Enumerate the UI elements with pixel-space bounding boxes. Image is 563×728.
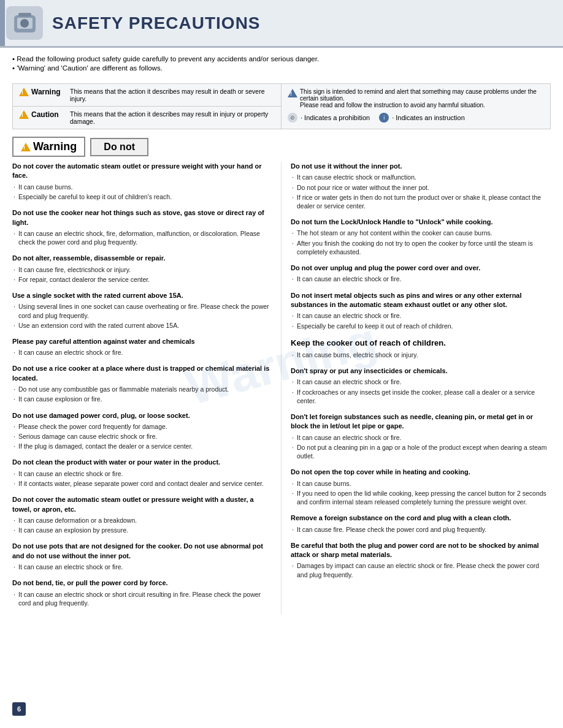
warning-label: Warning xyxy=(31,88,61,96)
safety-bullet: If the plug is damaged, contact the deal… xyxy=(12,442,272,450)
safety-item-title: Remove a foreign substance on the cord a… xyxy=(291,514,551,523)
caution-label: Caution xyxy=(31,110,59,119)
safety-bullet: If you need to open the lid while cookin… xyxy=(291,489,551,506)
safety-item-title: Do not open the top cover while in heati… xyxy=(291,468,551,477)
safety-item-title: Do not clean the product with water or p… xyxy=(12,458,272,467)
safety-bullet: Using several lines in one socket can ca… xyxy=(12,302,272,319)
safety-item-item-7: Do not use damaged power cord, plug, or … xyxy=(12,411,272,451)
safety-item-ritem-5: Keep the cooker out of reach of children… xyxy=(291,338,551,359)
safety-bullet: The hot steam or any hot content within … xyxy=(291,229,551,237)
warning-badge: Warning xyxy=(19,88,65,96)
safety-item-title: Be careful that both the plug and power … xyxy=(291,541,551,560)
safety-bullet: It can cause burns, electric shock or in… xyxy=(291,351,551,359)
info-left-col: Warning This means that the action it de… xyxy=(13,84,282,129)
safety-item-ritem-3: Do not over unplug and plug the power co… xyxy=(291,264,551,284)
safety-bullet: If it contacts water, please separate po… xyxy=(12,479,272,488)
safety-bullet: Serious damage can cause electric shock … xyxy=(12,432,272,441)
info-right-col: This sign is intended to remind and aler… xyxy=(282,84,550,129)
safety-bullet: For repair, contact dealeror the service… xyxy=(12,275,272,284)
intro-section: • Read the following product safety guid… xyxy=(0,48,563,78)
safety-item-title: Do not bend, tie, or pull the power cord… xyxy=(12,578,272,588)
info-grid: Warning This means that the action it de… xyxy=(12,83,551,129)
right-line4: · Indicates an instruction xyxy=(392,114,465,121)
safety-item-title: Do not insert metal objects such as pins… xyxy=(291,291,551,310)
safety-bullet: After you finish the cooking do not try … xyxy=(291,239,551,256)
page-title: SAFETY PRECAUTIONS xyxy=(52,13,261,33)
right-line1: This sign is intended to remind and aler… xyxy=(300,88,544,102)
safety-item-item-1: Do not cover the automatic steam outlet … xyxy=(12,162,272,201)
caution-badge: Caution xyxy=(19,110,65,119)
donot-section-badge: Do not xyxy=(90,138,148,156)
safety-bullet: If cockroaches or any insects get inside… xyxy=(291,388,551,405)
safety-bullet: Do not use any combustible gas or flamma… xyxy=(12,385,272,393)
safety-item-title: Please pay careful attention against wat… xyxy=(12,337,272,346)
safety-item-title: Do not turn the Lock/Unlock Handle to "U… xyxy=(291,218,551,227)
safety-bullet: If rice or water gets in then do not tur… xyxy=(291,193,551,210)
product-icon xyxy=(6,6,43,40)
safety-bullet: Damages by impact can cause an electric … xyxy=(291,561,551,578)
safety-item-item-11: Do not bend, tie, or pull the power cord… xyxy=(12,578,272,607)
donot-label: Do not xyxy=(104,142,135,153)
safety-item-title: Don't let foreign substances such as nee… xyxy=(291,412,551,431)
safety-item-title: Do not alter, reassemble, disassemble or… xyxy=(12,254,272,263)
safety-item-title: Do not use pots that are not designed fo… xyxy=(12,542,272,561)
safety-bullet: It can cause an electric shock, fire, de… xyxy=(12,229,272,246)
intro-line1: • Read the following product safety guid… xyxy=(12,55,551,63)
safety-bullet: It can cause an electric shock or fire. xyxy=(291,275,551,283)
content-columns: Do not cover the automatic steam outlet … xyxy=(0,162,563,615)
safety-bullet: Do not put a cleaning pin in a gap or a … xyxy=(291,443,551,460)
safety-item-title: Do not use damaged power cord, plug, or … xyxy=(12,411,272,420)
safety-item-ritem-7: Don't let foreign substances such as nee… xyxy=(291,412,551,460)
safety-item-title: Do not cover the automatic steam outlet … xyxy=(12,162,272,181)
svg-rect-2 xyxy=(18,13,31,17)
safety-item-title: Do not cover the automatic steam outlet … xyxy=(12,495,272,514)
svg-point-3 xyxy=(20,19,29,28)
safety-item-item-2: Do not use the cooker near hot things su… xyxy=(12,208,272,246)
warning-section-icon xyxy=(21,143,31,151)
safety-item-item-3: Do not alter, reassemble, disassemble or… xyxy=(12,254,272,284)
right-column: Do not use it without the inner pot.It c… xyxy=(282,162,551,615)
safety-bullet: It can cause explosion or fire. xyxy=(12,395,272,403)
left-column: Do not cover the automatic steam outlet … xyxy=(12,162,282,615)
safety-bullet: It can cause deformation or a breakdown. xyxy=(12,516,272,525)
right-line2: Please read and follow the instruction t… xyxy=(300,102,544,108)
safety-item-title: Do not over unplug and plug the power co… xyxy=(291,264,551,273)
safety-bullet: It can cause burns. xyxy=(12,183,272,191)
info-triangle-icon xyxy=(288,89,297,97)
safety-bullet: It can cause electric shock or malfuncti… xyxy=(291,173,551,181)
intro-line2: • 'Warning' and 'Caution' are different … xyxy=(12,64,551,72)
page-header: SAFETY PRECAUTIONS xyxy=(0,0,563,48)
warning-info-row: Warning This means that the action it de… xyxy=(13,84,281,107)
safety-item-item-9: Do not cover the automatic steam outlet … xyxy=(12,495,272,534)
safety-item-item-10: Do not use pots that are not designed fo… xyxy=(12,542,272,571)
right-row-1: This sign is intended to remind and aler… xyxy=(288,86,544,110)
header-accent-bar xyxy=(0,0,5,46)
warning-section-badge: Warning xyxy=(12,137,85,157)
safety-bullet: It can cause an electric shock or fire. xyxy=(12,348,272,357)
safety-bullet: It can cause an electric shock or fire. xyxy=(291,377,551,386)
safety-item-item-8: Do not clean the product with water or p… xyxy=(12,458,272,488)
safety-item-title: Don't spray or put any insecticides or c… xyxy=(291,366,551,376)
safety-bullet: It can cause an electric shock or fire. xyxy=(12,563,272,571)
safety-item-title: Do not use a rice cooker at a place wher… xyxy=(12,364,272,383)
section-header: Warning Do not xyxy=(12,137,551,157)
warning-section-label: Warning xyxy=(33,140,77,153)
caution-desc: This means that the action it describes … xyxy=(70,110,275,125)
safety-bullet: Use an extension cord with the rated cur… xyxy=(12,321,272,330)
safety-bullet: Especially be careful to keep it out of … xyxy=(291,322,551,330)
safety-bullet: It can cause an electric shock or fire. xyxy=(291,433,551,442)
safety-bullet: It can cause fire. Please check the powe… xyxy=(291,525,551,534)
safety-item-ritem-8: Do not open the top cover while in heati… xyxy=(291,468,551,506)
safety-item-ritem-6: Don't spray or put any insecticides or c… xyxy=(291,366,551,405)
safety-item-ritem-2: Do not turn the Lock/Unlock Handle to "U… xyxy=(291,218,551,256)
caution-info-row: Caution This means that the action it de… xyxy=(13,107,281,129)
safety-item-ritem-1: Do not use it without the inner pot.It c… xyxy=(291,162,551,210)
safety-bullet: It can cause an electric shock or fire. xyxy=(12,469,272,478)
safety-bullet: It can cause fire, electricshock or inju… xyxy=(12,265,272,274)
safety-bullet: Please check the power cord frequently f… xyxy=(12,422,272,431)
safety-item-ritem-10: Be careful that both the plug and power … xyxy=(291,541,551,579)
safety-bullet: Especially be careful to keep it out of … xyxy=(12,192,272,201)
safety-item-item-4: Use a single socket with the rated curre… xyxy=(12,291,272,330)
safety-item-item-5: Please pay careful attention against wat… xyxy=(12,337,272,357)
caution-triangle-icon xyxy=(19,110,29,119)
